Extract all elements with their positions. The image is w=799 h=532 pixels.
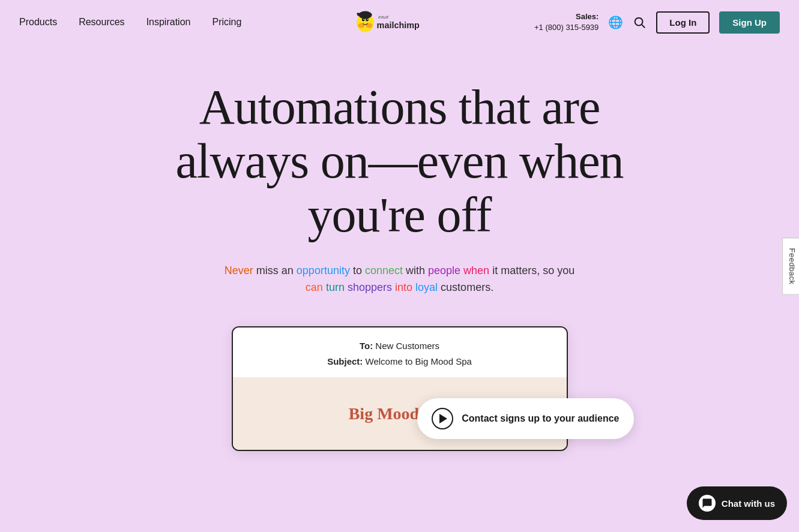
word-into: into: [395, 281, 412, 293]
svg-point-10: [635, 18, 643, 26]
word-turn: turn: [326, 281, 345, 293]
preview-area: To: New Customers Subject: Welcome to Bi…: [130, 326, 670, 451]
word-never: Never: [225, 265, 253, 276]
trigger-label: Contact signs up to your audience: [462, 413, 619, 424]
word-people: people: [428, 265, 460, 276]
email-to: To: New Customers: [246, 338, 553, 354]
sales-phone: +1 (800) 315-5939: [534, 22, 598, 33]
nav-item-inspiration[interactable]: Inspiration: [146, 17, 191, 28]
word-with: with: [406, 265, 428, 276]
svg-point-5: [363, 19, 364, 20]
svg-point-7: [358, 11, 372, 19]
word-to: to: [353, 265, 365, 276]
logo[interactable]: intuit mailchimp: [352, 10, 448, 34]
trigger-badge[interactable]: Contact signs up to your audience: [417, 398, 633, 439]
nav-item-pricing[interactable]: Pricing: [212, 17, 241, 28]
hero-section: Automations that are always on—even when…: [0, 44, 799, 475]
sales-label: Sales:: [534, 11, 598, 22]
sales-info: Sales: +1 (800) 315-5939: [534, 11, 598, 33]
hero-subtext: Never miss an opportunity to connect wit…: [220, 262, 580, 297]
search-icon[interactable]: [632, 15, 647, 29]
svg-text:intuit: intuit: [378, 14, 389, 20]
nav-left: Products Resources Inspiration Pricing: [19, 17, 241, 28]
word-opportunity: opportunity: [297, 265, 350, 276]
word-customers: customers.: [441, 281, 493, 293]
play-circle-icon: [432, 408, 453, 429]
svg-line-11: [642, 25, 645, 28]
nav-item-resources[interactable]: Resources: [79, 17, 124, 28]
word-miss: miss: [256, 265, 282, 276]
email-header: To: New Customers Subject: Welcome to Bi…: [233, 327, 567, 378]
hero-headline: Automations that are always on—even when…: [172, 80, 628, 243]
spacer1: it matters, so you: [492, 265, 574, 276]
to-label: To:: [360, 341, 373, 351]
nav-item-products[interactable]: Products: [19, 17, 57, 28]
svg-point-6: [367, 19, 368, 20]
word-shoppers: shoppers: [348, 281, 392, 293]
subject-value: Welcome to Big Mood Spa: [366, 356, 472, 366]
navigation: Products Resources Inspiration Pricing i…: [0, 0, 799, 44]
chat-bubble-icon: [699, 495, 716, 512]
word-can: can: [306, 281, 323, 293]
svg-text:mailchimp: mailchimp: [376, 20, 419, 30]
chat-label: Chat with us: [722, 498, 775, 509]
signup-button[interactable]: Sign Up: [719, 11, 780, 34]
nav-right: Sales: +1 (800) 315-5939 🌐 Log In Sign U…: [534, 11, 780, 34]
feedback-tab[interactable]: Feedback: [782, 238, 799, 294]
to-value: New Customers: [375, 341, 439, 351]
chat-widget[interactable]: Chat with us: [687, 486, 787, 520]
word-an: an: [282, 265, 297, 276]
globe-icon[interactable]: 🌐: [608, 15, 623, 29]
play-triangle-icon: [439, 414, 447, 423]
subject-label: Subject:: [327, 356, 363, 366]
word-loyal: loyal: [415, 281, 438, 293]
login-button[interactable]: Log In: [656, 11, 710, 34]
word-connect: connect: [365, 265, 403, 276]
word-when: when: [463, 265, 489, 276]
email-subject: Subject: Welcome to Big Mood Spa: [246, 354, 553, 369]
